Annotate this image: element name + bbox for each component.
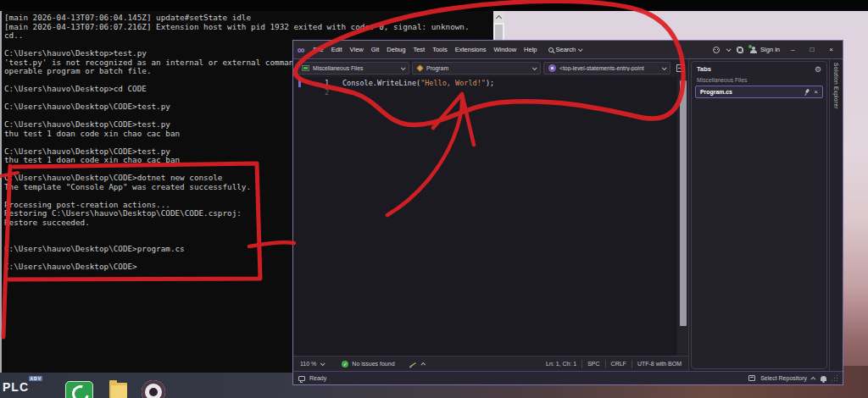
search-icon	[548, 47, 554, 53]
code-cleanup-icon[interactable]	[409, 361, 416, 368]
editor-status-right: Ln: 1, Ch: 1 SPC CRLF UTF-8 with BOM	[546, 360, 682, 368]
code-line: 1 Console.WriteLine("Hello, World!");	[293, 79, 688, 88]
caret-line-indicator	[298, 79, 301, 87]
method-lock-icon	[548, 64, 556, 72]
chevron-down-icon	[320, 361, 326, 366]
chevron-down-icon	[662, 65, 667, 70]
check-circle-icon: ✓	[342, 361, 348, 368]
code-editor[interactable]: 1 Console.WriteLine("Hello, World!"); 2	[293, 77, 688, 356]
search-label: Search	[556, 46, 576, 53]
project-dropdown[interactable]: Miscellaneous Files	[297, 62, 409, 75]
vs-titlebar: ∞ FileEditViewGitDebugTestToolsExtension…	[293, 41, 843, 59]
code-text: Console.WriteLine("Hello, World!");	[342, 79, 494, 88]
class-icon	[417, 65, 424, 72]
titlebar-right-controls: Sign in – □ ×	[713, 41, 837, 58]
search-control[interactable]: Search	[548, 46, 582, 53]
chevron-down-icon	[401, 65, 406, 70]
live-share-icon[interactable]	[737, 47, 743, 53]
close-icon[interactable]: ×	[814, 89, 818, 96]
line-number: 2	[293, 88, 329, 97]
menu-item[interactable]: File	[314, 46, 324, 53]
project-dropdown-value: Miscellaneous Files	[313, 65, 363, 71]
split-window-icon[interactable]	[676, 64, 685, 72]
chevron-down-icon	[578, 47, 583, 52]
type-dropdown-value: Program	[426, 65, 448, 71]
feedback-bubble-icon[interactable]	[298, 376, 305, 381]
code-line: 2	[293, 88, 688, 97]
string-literal: "Hello, World!"	[420, 79, 486, 87]
side-tab-strip: Solution Explorer	[829, 59, 843, 371]
desktop-icon-folder[interactable]	[109, 383, 127, 398]
vs-main-area: Miscellaneous Files Program <top-level-s…	[293, 59, 843, 371]
online-status-dot	[748, 45, 752, 48]
line-ending[interactable]: CRLF	[611, 361, 626, 367]
plc-icon-label: PLC	[3, 380, 29, 394]
desktop-icon-green-app[interactable]	[65, 381, 93, 398]
desktop-icon-plc[interactable]: PLCADV	[3, 380, 29, 394]
chevron-down-icon[interactable]	[726, 47, 732, 52]
type-dropdown[interactable]: Program	[412, 62, 541, 75]
chevron-up-icon[interactable]	[810, 376, 815, 381]
menu-item[interactable]: Git	[371, 46, 380, 53]
editor-scrollbar[interactable]	[677, 77, 688, 356]
pin-icon[interactable]	[804, 89, 810, 96]
menu-item[interactable]: Help	[524, 46, 537, 53]
editor-navigation-bar: Miscellaneous Files Program <top-level-s…	[293, 59, 688, 77]
member-dropdown-value: <top-level-statements-entry-point	[559, 65, 644, 71]
zoom-dropdown[interactable]: 110 %	[300, 361, 324, 367]
menu-item[interactable]: Window	[493, 46, 516, 53]
status-bar-right: Select Repository	[748, 375, 837, 381]
tab-item-program-cs[interactable]: Program.cs ×	[695, 86, 823, 98]
issues-label: No issues found	[352, 361, 394, 367]
menu-item[interactable]: Extensions	[455, 46, 487, 53]
plc-icon-badge: ADV	[29, 376, 42, 381]
person-icon	[750, 47, 757, 53]
editor-column: Miscellaneous Files Program <top-level-s…	[293, 59, 688, 371]
tab-solution-explorer[interactable]: Solution Explorer	[833, 59, 839, 371]
maximize-button[interactable]: □	[805, 41, 818, 58]
divider	[605, 360, 606, 368]
code-segment: );	[486, 79, 494, 87]
issues-indicator[interactable]: ✓ No issues found	[342, 361, 394, 368]
member-dropdown[interactable]: <top-level-statements-entry-point	[543, 62, 670, 75]
editor-scrollbar-thumb[interactable]	[680, 80, 687, 326]
scroll-up-arrow-icon[interactable]	[493, 11, 504, 23]
tabs-panel: Tabs ⚙ Miscellaneous Files Program.cs ×	[688, 59, 829, 371]
gear-icon[interactable]: ⚙	[815, 66, 821, 73]
tab-group-label: Miscellaneous Files	[692, 75, 826, 86]
menu-item[interactable]: Edit	[331, 46, 342, 53]
zoom-value: 110 %	[300, 361, 316, 367]
terminal-line: [main 2026-04-13T07:06:07.216Z] Extensio…	[4, 23, 491, 32]
visual-studio-logo-icon: ∞	[298, 46, 305, 54]
resize-grip[interactable]	[832, 375, 837, 381]
divider	[581, 360, 582, 368]
minimize-button[interactable]: –	[787, 41, 798, 58]
sign-in-button[interactable]: Sign in	[750, 46, 780, 53]
notifications-bell-icon[interactable]	[821, 376, 826, 381]
terminal-line: cd..	[4, 31, 491, 41]
menu-item[interactable]: Tools	[432, 46, 448, 53]
terminal-line: [main 2026-04-13T07:06:04.145Z] update#s…	[4, 14, 491, 23]
desktop-icon-circle-app[interactable]	[142, 380, 165, 398]
menu-item[interactable]: Test	[413, 46, 425, 53]
select-repository-button[interactable]: Select Repository	[760, 375, 807, 381]
cursor-position[interactable]: Ln: 1, Ch: 1	[546, 361, 576, 367]
tabs-panel-box: Tabs ⚙ Miscellaneous Files Program.cs ×	[691, 61, 827, 369]
close-button[interactable]: ×	[825, 41, 837, 58]
send-feedback-icon[interactable]	[713, 47, 720, 53]
status-ready: Ready	[309, 375, 326, 381]
chevron-down-icon	[532, 65, 537, 70]
vs-status-bar: Ready Select Repository	[293, 371, 843, 384]
divider	[632, 360, 632, 368]
code-segment: Console.WriteLine(	[342, 79, 420, 87]
encoding[interactable]: UTF-8 with BOM	[637, 361, 682, 367]
chevron-up-icon[interactable]	[420, 362, 426, 367]
menu-item[interactable]: Debug	[387, 46, 405, 53]
indent-mode[interactable]: SPC	[587, 361, 599, 367]
tab-file-name: Program.cs	[700, 89, 732, 95]
menu-item[interactable]: View	[350, 46, 364, 53]
sign-in-label: Sign in	[760, 46, 780, 53]
visual-studio-window[interactable]: ∞ FileEditViewGitDebugTestToolsExtension…	[292, 40, 843, 385]
top-black-strip	[0, 0, 868, 11]
repository-icon	[748, 375, 755, 381]
